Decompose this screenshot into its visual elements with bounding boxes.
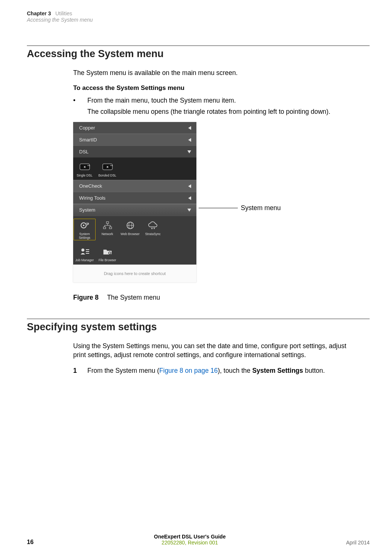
system-icon-row-1: System Settings Network Web Browser — [73, 216, 196, 242]
step-number: 1 — [73, 366, 87, 375]
menu-item-smartid[interactable]: SmartID — [73, 134, 196, 146]
chevron-left-icon — [188, 184, 191, 188]
icon-job-manager[interactable]: Job Manager — [73, 244, 96, 263]
chapter-label: Chapter 3 — [27, 10, 51, 16]
device-screenshot: Copper SmartID DSL XDSL Single DSL — [73, 122, 196, 282]
icon-stratasync[interactable]: StrataSync — [141, 218, 164, 241]
menu-label: DSL — [79, 149, 88, 154]
dsl-single-icon: XDSL — [77, 161, 92, 172]
menu-item-dsl[interactable]: DSL — [73, 146, 196, 157]
menu-item-system[interactable]: System — [73, 204, 196, 216]
footer-date: April 2014 — [346, 540, 370, 546]
chapter-name: Utilities — [52, 10, 72, 16]
icon-single-dsl[interactable]: XDSL Single DSL — [73, 160, 96, 178]
icon-label: Web Browser — [121, 232, 140, 236]
bullet-marker: • — [73, 96, 87, 118]
menu-item-onecheck[interactable]: OneCheck — [73, 180, 196, 192]
figure-number: Figure 8 — [73, 294, 99, 301]
menu-item-wiring[interactable]: Wiring Tools — [73, 192, 196, 204]
menu-label: System — [79, 207, 95, 213]
chevron-left-icon — [188, 138, 191, 142]
callout-label: System menu — [241, 204, 281, 212]
svg-text:DSL: DSL — [110, 165, 113, 166]
icon-label: System Settings — [79, 232, 90, 240]
section2-intro: Using the System Settings menu, you can … — [73, 342, 358, 359]
svg-text:X: X — [106, 165, 109, 169]
menu-label: SmartID — [79, 137, 97, 143]
chevron-left-icon — [188, 126, 191, 130]
svg-rect-9 — [103, 227, 106, 229]
icon-file-browser[interactable]: File Browser — [96, 244, 119, 263]
system-settings-bold: System Settings — [252, 367, 303, 374]
person-list-icon — [77, 246, 92, 257]
figure-caption: Figure 8 The System menu — [73, 294, 370, 302]
icon-system-settings[interactable]: System Settings — [73, 218, 96, 241]
cloud-sync-icon — [146, 220, 161, 231]
chevron-down-icon — [187, 150, 191, 153]
svg-rect-15 — [86, 249, 89, 250]
icon-label: File Browser — [99, 258, 116, 262]
icon-label: StrataSync — [145, 232, 161, 236]
chevron-down-icon — [187, 209, 191, 212]
footer-guide-title: OneExpert DSL User's Guide — [34, 534, 346, 540]
icon-label: Network — [102, 232, 113, 236]
figure-caption-text: The System menu — [107, 294, 160, 301]
menu-item-copper[interactable]: Copper — [73, 122, 196, 134]
section-title-specifying: Specifying system settings — [27, 319, 370, 333]
footer-doc-id: 22052280, Revision 001 — [34, 540, 346, 546]
globe-icon — [123, 220, 138, 231]
figure-block: Copper SmartID DSL XDSL Single DSL — [73, 122, 370, 282]
procedure-subhead: To access the System Settings menu — [73, 84, 358, 93]
dsl-icon-row: XDSL Single DSL XDSL Bonded DSL — [73, 157, 196, 180]
callout-system-menu: System menu — [199, 204, 281, 212]
intro-paragraph: The System menu is available on the main… — [73, 69, 358, 78]
network-icon — [100, 220, 115, 231]
svg-text:DSL: DSL — [87, 165, 91, 166]
svg-point-14 — [81, 249, 84, 252]
icon-label: Bonded DSL — [98, 174, 116, 177]
bullet-line-1: From the main menu, touch the System men… — [87, 96, 358, 105]
menu-label: Copper — [79, 125, 95, 131]
icon-label: Job Manager — [75, 258, 94, 262]
svg-rect-17 — [86, 253, 89, 254]
step-text: From the System menu (Figure 8 on page 1… — [87, 366, 325, 375]
step-1: 1 From the System menu (Figure 8 on page… — [73, 366, 358, 375]
svg-rect-16 — [86, 251, 89, 252]
cross-reference-link[interactable]: Figure 8 on page 16 — [159, 367, 218, 374]
procedure-bullet: • From the main menu, touch the System m… — [73, 96, 358, 118]
drag-hint: Drag icons here to create shortcut — [73, 265, 196, 282]
chevron-left-icon — [188, 196, 191, 200]
dsl-bonded-icon: XDSL — [100, 161, 115, 172]
svg-rect-8 — [106, 222, 109, 224]
icon-web-browser[interactable]: Web Browser — [119, 218, 141, 241]
section-title-accessing: Accessing the System menu — [27, 46, 370, 60]
icon-label: Single DSL — [77, 174, 93, 177]
menu-label: OneCheck — [79, 183, 102, 189]
folder-search-icon — [100, 246, 115, 257]
system-icon-row-2: Job Manager File Browser — [73, 242, 196, 265]
menu-label: Wiring Tools — [79, 195, 106, 201]
svg-point-7 — [83, 225, 84, 226]
page-footer: 16 OneExpert DSL User's Guide 22052280, … — [0, 534, 392, 546]
page-header: Chapter 3 Utilities Accessing the System… — [27, 10, 370, 23]
icon-bonded-dsl[interactable]: XDSL Bonded DSL — [96, 160, 119, 178]
bullet-line-2: The collapsible menu opens (the triangle… — [87, 107, 358, 116]
header-subsection: Accessing the System menu — [27, 17, 93, 23]
icon-network[interactable]: Network — [96, 218, 119, 241]
svg-rect-10 — [109, 227, 112, 229]
page-number: 16 — [27, 539, 34, 546]
svg-text:X: X — [84, 165, 86, 169]
callout-line — [199, 208, 238, 208]
gear-icon — [77, 220, 92, 231]
